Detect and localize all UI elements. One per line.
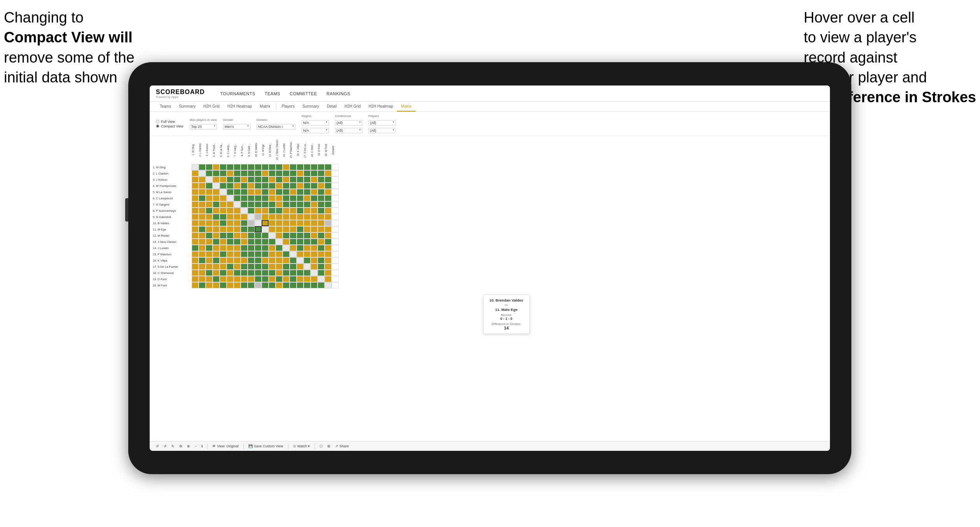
cell-9-18[interactable]	[311, 214, 318, 220]
share-panel-button[interactable]: ⬡	[320, 444, 323, 448]
cell-4-1[interactable]	[192, 183, 199, 189]
cell-4-4[interactable]	[213, 183, 220, 189]
cell-11-15[interactable]	[290, 226, 297, 232]
cell-8-9[interactable]	[248, 208, 255, 214]
cell-20-19[interactable]	[318, 282, 325, 288]
cell-13-15[interactable]	[290, 239, 297, 245]
cell-12-19[interactable]	[318, 232, 325, 239]
cell-1-9[interactable]	[248, 164, 255, 170]
cell-18-8[interactable]	[241, 270, 248, 276]
cell-12-15[interactable]	[290, 232, 297, 239]
cell-3-12[interactable]	[269, 176, 276, 183]
cell-14-14[interactable]	[283, 245, 290, 251]
cell-10-15[interactable]	[290, 220, 297, 226]
cell-14-20[interactable]	[325, 245, 332, 251]
cell-18-2[interactable]	[199, 270, 206, 276]
cell-20-18[interactable]	[311, 282, 318, 288]
cell-4-19[interactable]	[318, 183, 325, 189]
cell-8-8[interactable]	[241, 208, 248, 214]
nav-tournaments[interactable]: TOURNAMENTS	[220, 91, 255, 96]
cell-9-4[interactable]	[213, 214, 220, 220]
tab-summary-1[interactable]: Summary	[175, 102, 199, 112]
cell-20-9[interactable]	[248, 282, 255, 288]
cell-4-12[interactable]	[269, 183, 276, 189]
cell-9-13[interactable]	[276, 214, 283, 220]
cell-4-17[interactable]	[304, 183, 311, 189]
cell-10-3[interactable]	[206, 220, 213, 226]
cell-1-6[interactable]	[227, 164, 234, 170]
cell-13-6[interactable]	[227, 239, 234, 245]
cell-16-3[interactable]	[206, 257, 213, 264]
cell-1-10[interactable]	[255, 164, 262, 170]
cell-18-10[interactable]	[255, 270, 262, 276]
settings-button[interactable]: ⚙	[179, 444, 182, 448]
players-select-2[interactable]: (All)	[369, 128, 396, 133]
cell-6-18[interactable]	[311, 195, 318, 201]
cell-9-20[interactable]	[325, 214, 332, 220]
cell-13-13[interactable]	[276, 239, 283, 245]
cell-7-20[interactable]	[325, 201, 332, 208]
cell-17-20[interactable]	[325, 264, 332, 270]
cell-6-12[interactable]	[269, 195, 276, 201]
tab-teams[interactable]: Teams	[156, 102, 175, 112]
cell-12-21[interactable]	[332, 232, 339, 239]
conference-select-2[interactable]: (All)	[335, 128, 362, 133]
cell-3-21[interactable]	[332, 176, 339, 183]
cell-18-19[interactable]	[318, 270, 325, 276]
cell-10-4[interactable]	[213, 220, 220, 226]
cell-7-9[interactable]	[248, 201, 255, 208]
cell-5-1[interactable]	[192, 189, 199, 195]
cell-9-14[interactable]	[283, 214, 290, 220]
info-button[interactable]: ℹ	[201, 444, 203, 448]
cell-16-13[interactable]	[276, 257, 283, 264]
cell-19-3[interactable]	[206, 276, 213, 282]
cell-17-18[interactable]	[311, 264, 318, 270]
cell-1-17[interactable]	[304, 164, 311, 170]
cell-6-7[interactable]	[234, 195, 241, 201]
division-select[interactable]: NCAA Division I	[257, 124, 295, 129]
cell-14-16[interactable]	[297, 245, 304, 251]
cell-18-5[interactable]	[220, 270, 227, 276]
compact-view-radio[interactable]: Compact View	[156, 124, 183, 128]
undo-button[interactable]: ↺	[156, 444, 159, 448]
cell-4-18[interactable]	[311, 183, 318, 189]
cell-14-17[interactable]	[304, 245, 311, 251]
cell-15-1[interactable]	[192, 251, 199, 257]
cell-8-14[interactable]	[283, 208, 290, 214]
cell-4-3[interactable]	[206, 183, 213, 189]
cell-10-14[interactable]	[283, 220, 290, 226]
cell-18-11[interactable]	[262, 270, 269, 276]
cell-12-1[interactable]	[192, 232, 199, 239]
cell-19-9[interactable]	[248, 276, 255, 282]
cell-8-15[interactable]	[290, 208, 297, 214]
cell-12-11[interactable]	[262, 232, 269, 239]
cell-15-6[interactable]	[227, 251, 234, 257]
cell-3-10[interactable]	[255, 176, 262, 183]
cell-17-10[interactable]	[255, 264, 262, 270]
cell-2-8[interactable]	[241, 170, 248, 176]
cell-7-10[interactable]	[255, 201, 262, 208]
cell-3-13[interactable]	[276, 176, 283, 183]
cell-13-12[interactable]	[269, 239, 276, 245]
cell-20-8[interactable]	[241, 282, 248, 288]
cell-19-2[interactable]	[199, 276, 206, 282]
cell-4-13[interactable]	[276, 183, 283, 189]
share-button[interactable]: ↗ Share	[335, 444, 349, 448]
cell-6-21[interactable]	[332, 195, 339, 201]
cell-16-17[interactable]	[304, 257, 311, 264]
cell-5-13[interactable]	[276, 189, 283, 195]
cell-14-3[interactable]	[206, 245, 213, 251]
cell-2-6[interactable]	[227, 170, 234, 176]
cell-16-16[interactable]	[297, 257, 304, 264]
cell-2-2[interactable]	[199, 170, 206, 176]
cell-4-20[interactable]	[325, 183, 332, 189]
cell-7-2[interactable]	[199, 201, 206, 208]
cell-5-11[interactable]	[262, 189, 269, 195]
cell-14-8[interactable]	[241, 245, 248, 251]
cell-8-12[interactable]	[269, 208, 276, 214]
cell-12-16[interactable]	[297, 232, 304, 239]
cell-8-6[interactable]	[227, 208, 234, 214]
cell-1-2[interactable]	[199, 164, 206, 170]
cell-3-18[interactable]	[311, 176, 318, 183]
cell-17-1[interactable]	[192, 264, 199, 270]
